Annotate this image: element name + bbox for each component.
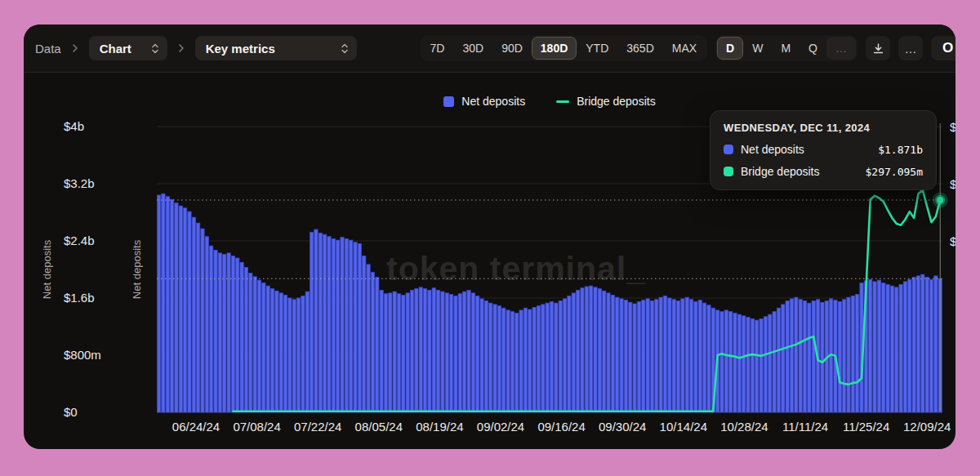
net-deposits-swatch-icon — [443, 96, 454, 107]
breadcrumb-data[interactable]: Data — [35, 42, 61, 56]
x-axis-tick-label: 07/08/24 — [233, 420, 280, 434]
x-axis-tick-label: 12/09/24 — [903, 420, 951, 434]
updown-chevron-icon — [341, 42, 349, 55]
x-axis-tick-label: 08/05/24 — [355, 420, 403, 434]
y-axis-tick-label: $800m — [64, 348, 101, 362]
interval-W[interactable]: W — [743, 37, 772, 60]
range-group: 7D30D90D180DYTD365DMAX — [420, 35, 708, 61]
y-axis-tick-label: $1.6b — [64, 291, 95, 305]
bridge-deposits-swatch-icon — [724, 167, 733, 176]
interval-group: DWMQ… — [715, 35, 858, 61]
hover-tooltip: WEDNESDAY, DEC 11, 2024 Net deposits $1.… — [710, 110, 937, 190]
range-max[interactable]: MAX — [663, 37, 706, 60]
y-axis-title-inner: Net deposits — [131, 240, 143, 299]
tooltip-bridge-value: $297.095m — [866, 166, 923, 178]
range-7d[interactable]: 7D — [421, 37, 454, 60]
desktop-background: Data Chart Key metrics — [0, 0, 980, 476]
interval-M[interactable]: M — [772, 37, 800, 60]
x-axis-tick-label: 10/14/24 — [660, 420, 707, 434]
x-axis-tick-label: 10/28/24 — [720, 420, 768, 434]
breadcrumb: Data Chart Key metrics — [35, 36, 357, 60]
y-axis-tick-label: $0 — [64, 405, 78, 419]
range-30d[interactable]: 30D — [453, 37, 492, 60]
x-axis-tick-label: 09/16/24 — [537, 420, 585, 434]
toolbar-right: 7D30D90D180DYTD365DMAX DWMQ… … O — [420, 35, 944, 61]
right-axis-clipped-tick-label: $ — [950, 177, 956, 191]
chevron-right-icon — [71, 43, 79, 53]
net-deposits-bars — [157, 194, 942, 412]
legend-item-bridge-deposits[interactable]: Bridge deposits — [556, 95, 656, 108]
interval-…[interactable]: … — [826, 37, 856, 60]
download-icon — [872, 42, 884, 55]
x-axis-tick-label: 09/02/24 — [477, 420, 524, 434]
token-terminal-chart-card: Data Chart Key metrics — [24, 24, 956, 449]
y-axis-tick-label: $2.4b — [64, 234, 95, 247]
y-axis-title-outer: Net deposits — [41, 240, 53, 299]
chart-type-select-value: Chart — [100, 42, 131, 56]
interval-Q[interactable]: Q — [800, 37, 826, 60]
x-axis-tick-label: 11/11/24 — [782, 420, 828, 434]
download-button[interactable] — [866, 36, 890, 60]
x-axis-tick-label: 11/25/24 — [843, 420, 889, 434]
metric-select-value: Key metrics — [206, 42, 275, 56]
more-options-button[interactable]: … — [898, 36, 923, 60]
interval-D[interactable]: D — [717, 37, 743, 60]
legend-item-net-deposits[interactable]: Net deposits — [443, 95, 525, 108]
clipped-edge-button[interactable]: O — [931, 36, 956, 60]
tooltip-row-net: Net deposits $1.871b — [724, 143, 923, 156]
right-axis-clipped-tick-label: $ — [950, 234, 956, 248]
right-axis-clipped-tick-label: $ — [950, 120, 956, 134]
tooltip-row-bridge: Bridge deposits $297.095m — [724, 165, 923, 178]
tooltip-bridge-label: Bridge deposits — [741, 165, 820, 178]
chart-type-select[interactable]: Chart — [89, 36, 167, 60]
legend-bridge-label: Bridge deposits — [577, 95, 656, 108]
x-axis-tick-label: 07/22/24 — [294, 420, 341, 434]
y-axis-tick-label: $4b — [64, 119, 84, 133]
tooltip-net-label: Net deposits — [741, 143, 804, 156]
toolbar: Data Chart Key metrics — [24, 24, 956, 73]
range-365d[interactable]: 365D — [617, 37, 662, 60]
hover-dot — [937, 197, 943, 203]
tooltip-net-value: $1.871b — [878, 144, 923, 156]
y-axis-tick-label: $3.2b — [64, 176, 95, 190]
bridge-deposits-line-icon — [556, 100, 569, 103]
range-90d[interactable]: 90D — [492, 37, 532, 60]
updown-chevron-icon — [151, 42, 159, 55]
chevron-right-icon — [177, 43, 185, 53]
x-axis-tick-label: 09/30/24 — [599, 420, 646, 434]
chart-legend: Net deposits Bridge deposits — [157, 95, 942, 108]
legend-net-label: Net deposits — [461, 95, 525, 108]
range-ytd[interactable]: YTD — [577, 37, 617, 60]
x-axis-tick-label: 08/19/24 — [416, 420, 463, 434]
metric-select[interactable]: Key metrics — [195, 36, 357, 60]
tooltip-date: WEDNESDAY, DEC 11, 2024 — [724, 122, 923, 134]
range-180d[interactable]: 180D — [532, 37, 577, 60]
net-deposits-swatch-icon — [724, 145, 733, 154]
x-axis-tick-label: 06/24/24 — [172, 420, 220, 434]
